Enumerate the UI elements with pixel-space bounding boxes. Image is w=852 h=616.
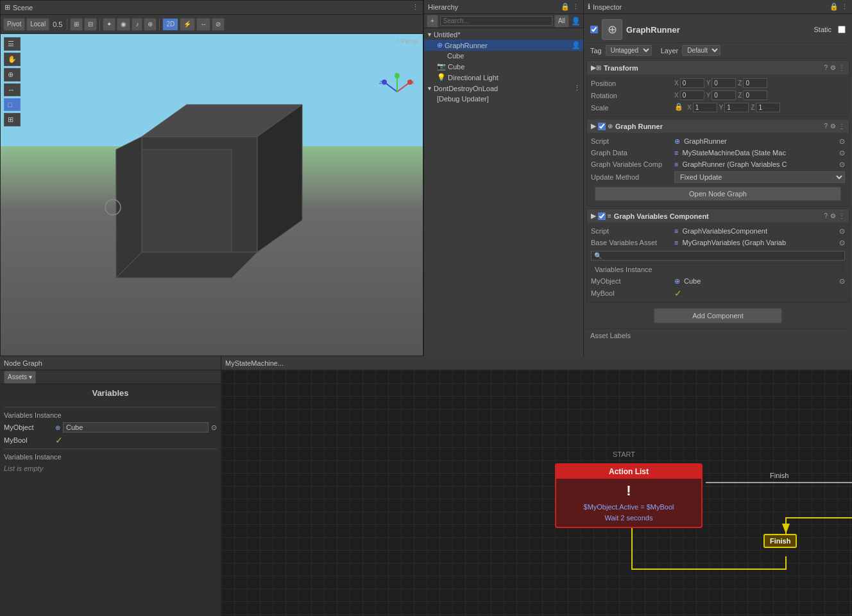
gv-search-input[interactable] [591, 251, 845, 261]
scene-panel: ⊞ Scene ⋮ Pivot Local 0.5 ⊞ ⊟ ✦ ◉ ♪ ⊕ 2D [0, 0, 423, 356]
scene-gizmo: X Z Y [378, 73, 416, 111]
local-button[interactable]: Local [26, 18, 49, 31]
gv-mybool-label: MyBool [591, 289, 674, 297]
graph-runner-help-icon[interactable]: ? [824, 123, 828, 130]
hierarchy-item-untitled[interactable]: ▼ Untitled* [424, 30, 583, 40]
tag-select[interactable]: Untagged [606, 45, 652, 56]
ng-canvas-area[interactable]: START Action List ! $MyObject.Active = $… [221, 370, 852, 616]
scale-tool[interactable]: ↔ [4, 83, 21, 96]
transform-tool[interactable]: ⊞ [4, 113, 21, 126]
inspector-header: ℹ Inspector 🔒 ⋮ [584, 0, 852, 14]
myobject-link-icon[interactable]: ⊙ [211, 424, 217, 432]
transform-component-header[interactable]: ▶ ⊞ Transform ? ⚙ ⋮ [587, 61, 849, 74]
pos-x-label: X [674, 80, 679, 87]
graph-vars-comp-link-icon[interactable]: ⊙ [839, 160, 845, 169]
inspector-object-top: ⊕ GraphRunner Static [586, 17, 849, 43]
graph-variables-header[interactable]: ▶ ≡ Graph Variables Component ? ⚙ ⋮ [587, 209, 849, 223]
add-component-button[interactable]: Add Component [654, 308, 782, 323]
node-graph-tab-label[interactable]: Node Graph [4, 359, 42, 367]
transform-settings-icon[interactable]: ⚙ [830, 64, 836, 71]
move-tool[interactable]: ✋ [4, 53, 21, 66]
transform-menu-icon[interactable]: ⋮ [839, 64, 845, 71]
hierarchy-item-debugupdater[interactable]: [Debug Updater] [424, 94, 583, 104]
scale-x-input[interactable] [693, 103, 717, 112]
update-method-select[interactable]: Fixed Update [674, 171, 845, 183]
rotation-values: X Y Z [674, 90, 845, 100]
hierarchy-all-btn[interactable]: All [554, 15, 569, 28]
graph-vars-enabled[interactable] [598, 212, 606, 220]
layer-select[interactable]: Default [682, 45, 720, 56]
graph-runner-header[interactable]: ▶ ⊕ Graph Runner ? ⚙ ⋮ [587, 119, 849, 133]
assets-btn[interactable]: Assets ▾ [4, 371, 36, 384]
hierarchy-add-btn[interactable]: + [427, 15, 438, 28]
hierarchy-item-maincamera[interactable]: 📷 Cube [424, 61, 583, 72]
pos-z-label: Z [738, 80, 742, 87]
inspector-menu-icon[interactable]: ⋮ [841, 3, 848, 11]
gizmo-button[interactable]: ✦ [103, 18, 115, 31]
hierarchy-search-input[interactable] [440, 16, 552, 26]
graph-vars-comp-label: Graph Variables Comp [591, 160, 674, 168]
light-button[interactable]: ◉ [117, 18, 130, 31]
hierarchy-lock-icon[interactable]: 🔒 [561, 3, 570, 11]
script-link-icon[interactable]: ⊙ [839, 137, 845, 146]
rect-tool[interactable]: □ [4, 98, 21, 111]
gv-script-link-icon[interactable]: ⊙ [839, 227, 845, 235]
position-x-input[interactable] [680, 78, 704, 88]
rotation-x-input[interactable] [680, 90, 704, 100]
variables-section-1: Variables Instance MyObject ⊕ ⊙ MyBool ✓ [0, 402, 221, 477]
graph-vars-comp-icon: ≡ [674, 160, 678, 168]
scale-y-input[interactable] [724, 103, 749, 112]
snap-button[interactable]: ↔ [196, 18, 210, 31]
scene-persp-label: < Persp [395, 38, 418, 45]
hierarchy-menu-dontdestroy[interactable]: ⋮ [574, 84, 581, 92]
node-card-1[interactable]: Action List ! $MyObject.Active = $MyBool… [555, 463, 703, 528]
gv-myobject-link-icon[interactable]: ⊙ [839, 277, 845, 286]
camera-button[interactable]: ⚡ [180, 18, 195, 31]
hierarchy-item-dontdestroy[interactable]: ▼ DontDestroyOnLoad ⋮ [424, 83, 583, 94]
rotation-z-input[interactable] [743, 90, 767, 100]
static-checkbox[interactable] [838, 26, 846, 33]
graph-vars-settings-icon[interactable]: ⚙ [830, 212, 836, 219]
finish-node[interactable]: Finish [763, 534, 797, 548]
audio-button[interactable]: ♪ [132, 18, 142, 31]
hand-tool[interactable]: ☰ [4, 37, 21, 51]
effects-button[interactable]: ⊕ [144, 18, 157, 31]
hierarchy-item-cube[interactable]: Cube [424, 51, 583, 61]
graph-data-link-icon[interactable]: ⊙ [839, 149, 845, 157]
grid-button[interactable]: ⊞ [70, 18, 83, 31]
mode-2d-button[interactable]: 2D [162, 18, 178, 31]
node1-code-pre: $MyObject [584, 503, 618, 511]
graph-runner-settings-icon[interactable]: ⚙ [830, 123, 836, 130]
open-node-graph-button[interactable]: Open Node Graph [595, 187, 841, 201]
graph-runner-menu-icon[interactable]: ⋮ [839, 123, 845, 130]
graph-vars-name: Graph Variables Component [614, 212, 709, 220]
cube-3d-svg [65, 98, 321, 342]
graph-vars-help-icon[interactable]: ? [824, 212, 828, 219]
hierarchy-item-label-untitled: Untitled* [434, 31, 461, 38]
scene-menu-icon[interactable]: ⋮ [412, 3, 419, 12]
hierarchy-item-graphrunner[interactable]: ⊕ GraphRunner 👤 [424, 40, 583, 51]
pivot-button[interactable]: Pivot [3, 18, 25, 31]
hierarchy-item-label-dontdestroy: DontDestroyOnLoad [434, 85, 498, 92]
hierarchy-menu-icon[interactable]: ⋮ [572, 3, 579, 11]
update-method-label: Update Method [591, 173, 674, 181]
rot-x-label: X [674, 92, 679, 99]
object-enabled-checkbox[interactable] [590, 26, 598, 33]
scene-left-toolbar: ☰ ✋ ⊕ ↔ □ ⊞ [4, 37, 21, 126]
base-vars-link-icon[interactable]: ⊙ [839, 239, 845, 247]
grid2-button[interactable]: ⊟ [84, 18, 97, 31]
scene-view[interactable]: < Persp X Z Y [1, 34, 423, 355]
myobject-cube-input[interactable] [63, 422, 209, 432]
overlay-button[interactable]: ⊘ [212, 18, 225, 31]
graph-vars-menu-icon[interactable]: ⋮ [839, 212, 845, 219]
rotate-tool[interactable]: ⊕ [4, 68, 21, 81]
scale-z-input[interactable] [756, 103, 780, 112]
transform-help-icon[interactable]: ? [824, 64, 828, 71]
node1-header: Action List [556, 465, 701, 479]
position-z-input[interactable] [743, 78, 767, 88]
rotation-y-input[interactable] [711, 90, 736, 100]
graph-runner-enabled[interactable] [598, 123, 606, 130]
position-y-input[interactable] [711, 78, 736, 88]
hierarchy-item-directionallight[interactable]: 💡 Directional Light [424, 72, 583, 83]
inspector-lock-icon[interactable]: 🔒 [830, 3, 839, 11]
